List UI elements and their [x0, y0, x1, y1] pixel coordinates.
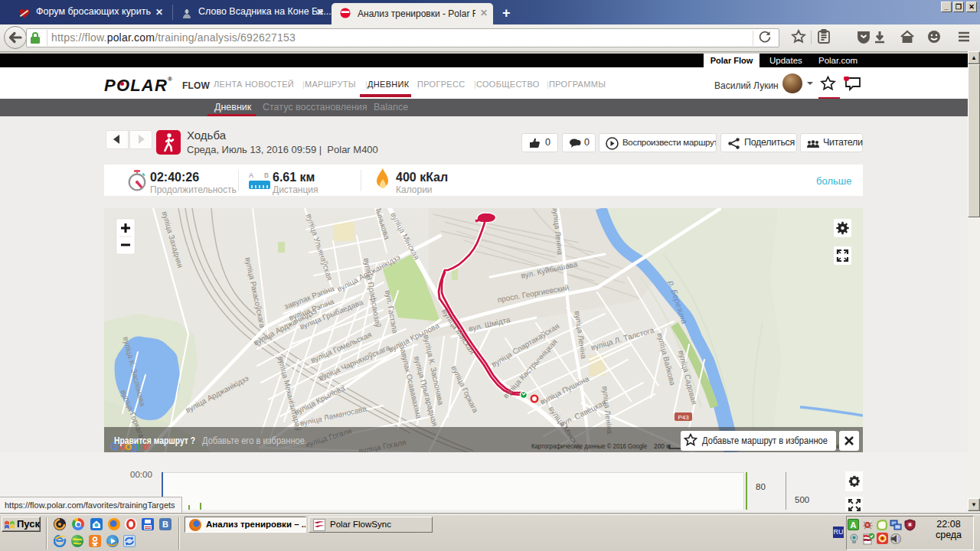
svg-text:A: A	[249, 171, 253, 179]
svg-text:Картографические данные © 2016: Картографические данные © 2016 Google	[531, 442, 647, 450]
svg-text:Добавьте его в избранное.: Добавьте его в избранное.	[202, 435, 307, 446]
svg-text:200 м: 200 м	[654, 442, 671, 450]
svg-text:Р43: Р43	[678, 414, 689, 421]
svg-text:Добавьте маршрут в избранное: Добавьте маршрут в избранное	[702, 435, 828, 446]
svg-text:B: B	[264, 171, 269, 179]
svg-text:Нравится маршрут ?: Нравится маршрут ?	[114, 435, 195, 446]
